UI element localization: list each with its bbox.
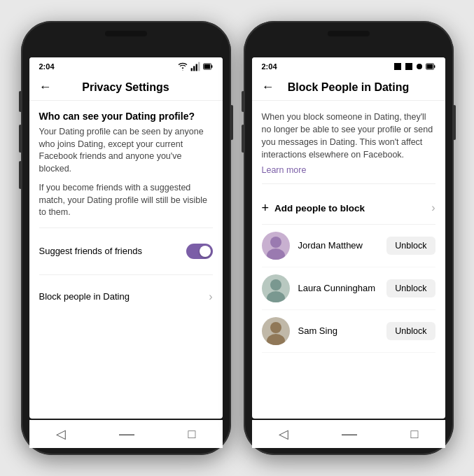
phone-left-bottom-nav: ◁ — □ (29, 420, 223, 448)
battery-icon (203, 62, 213, 71)
phone-right-btn-left1 (242, 91, 244, 112)
svg-rect-3 (198, 62, 200, 71)
svg-rect-6 (204, 64, 210, 69)
status-icons-right (393, 62, 435, 71)
chevron-icon-block: › (209, 290, 212, 303)
phone-left-btn-right (230, 105, 233, 140)
sq-icon-2 (405, 63, 412, 70)
status-bar-right: 2:04 (252, 57, 445, 74)
section-heading: Who can see your Dating profile? (39, 111, 213, 122)
person-name-3: Sam Sing (298, 326, 387, 336)
person-name-2: Laura Cunningham (298, 283, 387, 293)
svg-rect-2 (195, 64, 197, 71)
nav-bar-left: ← Privacy Settings (29, 74, 223, 101)
status-time-right: 2:04 (262, 62, 277, 71)
svg-point-14 (270, 322, 281, 333)
list-item: Jordan Matthew Unblock (262, 225, 435, 267)
add-people-row[interactable]: + Add people to block › (262, 192, 435, 225)
phone-right-screen: 2:04 ← Block People in Dating When you b… (252, 57, 445, 419)
wifi-icon (178, 62, 188, 71)
status-bar-left: 2:04 (29, 57, 223, 74)
recents-nav-icon[interactable]: □ (188, 427, 195, 442)
phone-left-notch (105, 31, 147, 36)
learn-more-link[interactable]: Learn more (262, 165, 307, 175)
page-title-left: Privacy Settings (59, 81, 193, 94)
battery-icon-right (426, 62, 435, 71)
phone-left-btn-left3 (19, 161, 22, 189)
screen-content-left: Who can see your Dating profile? Your Da… (29, 101, 223, 405)
section-text-2: If you become friends with a suggested m… (39, 182, 213, 219)
phone-right: 2:04 ← Block People in Dating When you b… (244, 21, 454, 455)
avatar (262, 232, 290, 260)
back-button-right[interactable]: ← (262, 80, 274, 94)
avatar (262, 274, 290, 302)
setting-row-friends: Suggest friends of friends (39, 237, 213, 266)
person-avatar-2 (262, 274, 290, 302)
svg-rect-8 (433, 65, 435, 68)
divider-1 (39, 227, 213, 228)
status-icons-left (178, 62, 213, 71)
home-nav-icon[interactable]: — (119, 425, 134, 443)
page-title-right: Block People in Dating (281, 81, 416, 94)
svg-rect-5 (211, 65, 212, 68)
dot-icon (417, 64, 422, 69)
block-description: When you block someone in Dating, they'l… (262, 111, 435, 162)
status-time-left: 2:04 (39, 62, 55, 71)
setting-row-block[interactable]: Block people in Dating › (39, 284, 213, 310)
person-name-1: Jordan Matthew (298, 240, 387, 251)
phone-left-btn-left1 (19, 91, 22, 112)
signal-icon (190, 62, 200, 71)
setting-label-friends: Suggest friends of friends (39, 246, 142, 256)
phone-left-btn-left2 (19, 125, 22, 153)
person-avatar-3 (262, 317, 290, 345)
back-nav-icon[interactable]: ◁ (56, 426, 66, 442)
svg-point-13 (267, 291, 285, 302)
divider-2 (39, 274, 213, 275)
toggle-friends[interactable] (186, 244, 213, 259)
list-item: Sam Sing Unblock (262, 310, 435, 353)
svg-rect-9 (426, 64, 433, 69)
back-nav-icon-right[interactable]: ◁ (279, 426, 288, 442)
unblock-button-2[interactable]: Unblock (386, 279, 435, 298)
nav-bar-right: ← Block People in Dating (252, 74, 445, 101)
divider-right-1 (262, 183, 435, 184)
section-text-1: Your Dating profile can be seen by anyon… (39, 126, 213, 175)
svg-rect-0 (190, 68, 192, 71)
phone-right-notch (328, 31, 370, 36)
phone-left: 2:04 ← Privacy Settings Who can see your… (21, 21, 231, 455)
phone-right-btn-left2 (242, 125, 244, 153)
plus-icon: + (262, 201, 270, 216)
screen-content-right: When you block someone in Dating, they'l… (252, 101, 445, 405)
back-button-left[interactable]: ← (39, 80, 52, 94)
list-item: Laura Cunningham Unblock (262, 267, 435, 310)
person-avatar-1 (262, 232, 290, 260)
add-block-left: + Add people to block (262, 201, 365, 216)
svg-point-15 (267, 334, 285, 345)
sq-icon-1 (394, 63, 401, 70)
phone-left-screen: 2:04 ← Privacy Settings Who can see your… (29, 57, 223, 419)
unblock-button-3[interactable]: Unblock (386, 322, 435, 340)
svg-point-10 (270, 237, 281, 248)
svg-rect-1 (193, 66, 195, 71)
phone-right-bottom-nav: ◁ — □ (252, 420, 445, 448)
svg-point-12 (270, 279, 281, 290)
phone-right-btn-right (453, 105, 456, 140)
avatar (262, 317, 290, 345)
home-nav-icon-right[interactable]: — (342, 425, 357, 443)
recents-nav-icon-right[interactable]: □ (410, 427, 418, 442)
add-block-label: Add people to block (274, 203, 365, 214)
setting-label-block: Block people in Dating (39, 291, 130, 302)
svg-point-11 (267, 248, 285, 260)
chevron-icon-add: › (431, 202, 435, 214)
toggle-knob (200, 246, 211, 257)
unblock-button-1[interactable]: Unblock (386, 237, 435, 255)
